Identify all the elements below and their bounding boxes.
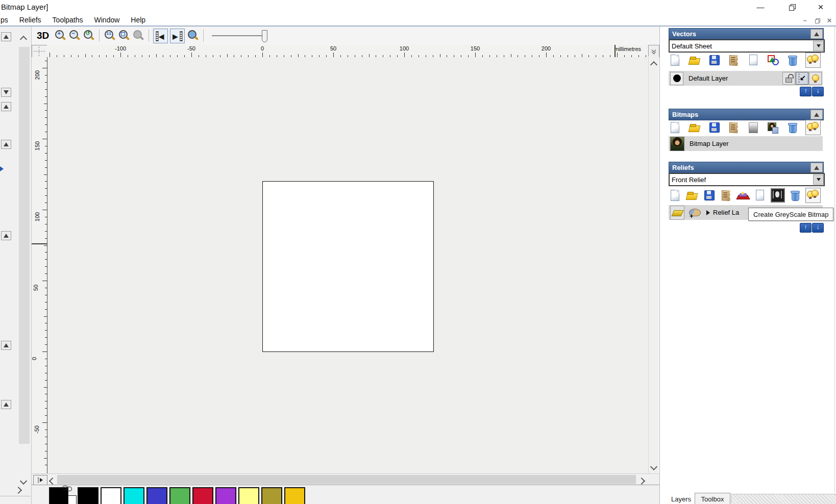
zoom-in-icon[interactable]: + bbox=[54, 29, 67, 42]
menu-item-toolpaths[interactable]: Toolpaths bbox=[47, 15, 89, 26]
save-icon[interactable] bbox=[708, 54, 721, 67]
tab-layers[interactable]: Layers bbox=[671, 495, 691, 503]
pan-left-toggle[interactable]: ◀ bbox=[153, 29, 168, 43]
palette-swatch[interactable] bbox=[215, 487, 236, 504]
move-layer-down-button[interactable]: ↓ bbox=[812, 223, 824, 233]
zoom-1to1-icon[interactable]: 1:1 bbox=[103, 29, 116, 42]
new-sheet-icon[interactable] bbox=[669, 54, 682, 67]
relief-plane-icon[interactable] bbox=[670, 206, 684, 220]
trash-icon[interactable] bbox=[789, 189, 802, 202]
new-sheet-icon[interactable] bbox=[669, 189, 682, 202]
flyout-up-button[interactable] bbox=[1, 140, 11, 149]
zoom-out-icon[interactable]: − bbox=[68, 29, 81, 42]
scrollbar-track[interactable] bbox=[57, 475, 636, 484]
ruler-options-button[interactable] bbox=[648, 45, 659, 57]
vector-shapes-icon[interactable] bbox=[766, 54, 779, 67]
reliefs-section-header[interactable]: Reliefs bbox=[669, 162, 824, 173]
vectors-section-header[interactable]: Vectors bbox=[669, 28, 824, 40]
move-layer-up-button[interactable]: ↑ bbox=[800, 87, 812, 96]
palette-swatch[interactable] bbox=[169, 487, 190, 504]
zoom-object-icon[interactable] bbox=[117, 29, 131, 42]
save-icon[interactable] bbox=[708, 121, 721, 134]
palette-swatch[interactable] bbox=[284, 487, 305, 504]
palette-swatch[interactable] bbox=[238, 487, 259, 504]
flyout-down-button[interactable] bbox=[1, 88, 11, 97]
drawing-canvas[interactable] bbox=[47, 57, 648, 473]
zoom-lens-icon[interactable] bbox=[186, 29, 200, 42]
flyout-right-arrow-icon[interactable] bbox=[0, 166, 4, 171]
zoom-slider-track[interactable] bbox=[212, 35, 263, 36]
menu-item-ps[interactable]: ps bbox=[0, 15, 14, 26]
flyout-up-button[interactable] bbox=[1, 341, 11, 350]
flyout-up-button[interactable] bbox=[1, 231, 11, 240]
menu-item-reliefs[interactable]: Reliefs bbox=[14, 15, 47, 26]
collapse-up-button[interactable] bbox=[810, 29, 823, 39]
left-scrollbar-track[interactable] bbox=[19, 47, 30, 444]
toggle-all-visibility-icon[interactable] bbox=[805, 188, 821, 203]
bitmaps-section-header[interactable]: Bitmaps bbox=[669, 109, 824, 120]
import-paper-icon[interactable] bbox=[727, 54, 741, 67]
flyout-up-button[interactable] bbox=[1, 102, 11, 111]
toggle-all-visibility-icon[interactable] bbox=[805, 120, 821, 135]
palette-swatch[interactable] bbox=[124, 487, 144, 504]
open-folder-icon[interactable] bbox=[688, 121, 701, 134]
relief-dome-icon[interactable] bbox=[687, 206, 702, 219]
mdi-restore-button[interactable] bbox=[812, 17, 823, 24]
minimize-button[interactable]: — bbox=[750, 2, 771, 12]
trash-icon[interactable] bbox=[786, 54, 799, 67]
palette-swatch[interactable] bbox=[192, 487, 213, 504]
tab-toolbox[interactable]: Toolbox bbox=[695, 493, 730, 504]
flyout-up-button[interactable] bbox=[1, 32, 11, 41]
close-button[interactable]: × bbox=[810, 2, 831, 12]
canvas-horizontal-scrollbar[interactable] bbox=[32, 473, 659, 485]
new-sheet-icon[interactable] bbox=[669, 121, 682, 134]
save-icon[interactable] bbox=[703, 189, 716, 202]
zoom-previous-icon[interactable]: ↺ bbox=[82, 29, 95, 42]
model-sheet-outline[interactable] bbox=[262, 181, 434, 352]
menu-item-window[interactable]: Window bbox=[89, 15, 126, 26]
sheet-bulb-icon[interactable] bbox=[747, 54, 760, 67]
menu-item-help[interactable]: Help bbox=[125, 15, 151, 26]
trash-icon[interactable] bbox=[786, 121, 799, 134]
import-paper-icon[interactable] bbox=[727, 121, 741, 134]
toggle-all-visibility-icon[interactable] bbox=[805, 53, 821, 68]
canvas-vertical-scrollbar[interactable] bbox=[648, 56, 659, 473]
scroll-up-button[interactable] bbox=[21, 35, 26, 44]
move-layer-up-button[interactable]: ↑ bbox=[800, 223, 812, 233]
zoom-slider-handle[interactable] bbox=[262, 30, 267, 42]
move-layer-down-button[interactable]: ↓ bbox=[812, 87, 824, 96]
palette-swatch[interactable] bbox=[101, 487, 121, 504]
open-folder-icon[interactable] bbox=[688, 54, 701, 67]
open-folder-icon[interactable] bbox=[685, 189, 699, 202]
layer-visibility-icon[interactable] bbox=[809, 72, 822, 85]
create-greyscale-bitmap-icon[interactable] bbox=[771, 188, 785, 203]
vectors-sheet-dropdown[interactable]: Default Sheet bbox=[669, 39, 825, 53]
scrollbar-split-button[interactable] bbox=[33, 475, 47, 485]
flyout-up-button[interactable] bbox=[1, 400, 11, 409]
palette-swatch[interactable] bbox=[78, 487, 99, 504]
scroll-right-button[interactable] bbox=[16, 486, 21, 495]
import-paper-icon[interactable] bbox=[720, 189, 733, 202]
snap-to-layer-icon[interactable] bbox=[796, 72, 808, 85]
mdi-minimize-button[interactable]: – bbox=[799, 17, 810, 24]
collapse-up-button[interactable] bbox=[810, 163, 823, 172]
dropdown-arrow-icon[interactable] bbox=[813, 41, 824, 51]
pan-right-toggle[interactable]: ▶ bbox=[170, 29, 185, 43]
scroll-up-button[interactable] bbox=[651, 60, 656, 69]
palette-swatch[interactable] bbox=[146, 487, 167, 504]
reliefs-dropdown[interactable]: Front Relief bbox=[669, 173, 825, 186]
relief-stack-icon[interactable] bbox=[736, 189, 750, 202]
scroll-down-button[interactable] bbox=[21, 476, 26, 486]
dropdown-arrow-icon[interactable] bbox=[813, 174, 824, 185]
collapse-up-button[interactable] bbox=[810, 110, 823, 119]
sheet-bulb-icon[interactable] bbox=[753, 189, 767, 202]
lock-open-icon[interactable] bbox=[782, 72, 795, 85]
layer-color-button[interactable] bbox=[670, 72, 683, 85]
vectors-layer-row[interactable]: Default Layer bbox=[669, 71, 823, 86]
palette-swatch[interactable] bbox=[261, 487, 282, 504]
mdi-close-button[interactable]: × bbox=[824, 17, 835, 24]
bitmaps-layer-row[interactable]: Bitmap Layer bbox=[669, 136, 823, 151]
3d-view-button[interactable]: 3D bbox=[37, 30, 49, 41]
color-link-icon[interactable] bbox=[62, 485, 73, 491]
restore-button[interactable] bbox=[781, 2, 802, 12]
